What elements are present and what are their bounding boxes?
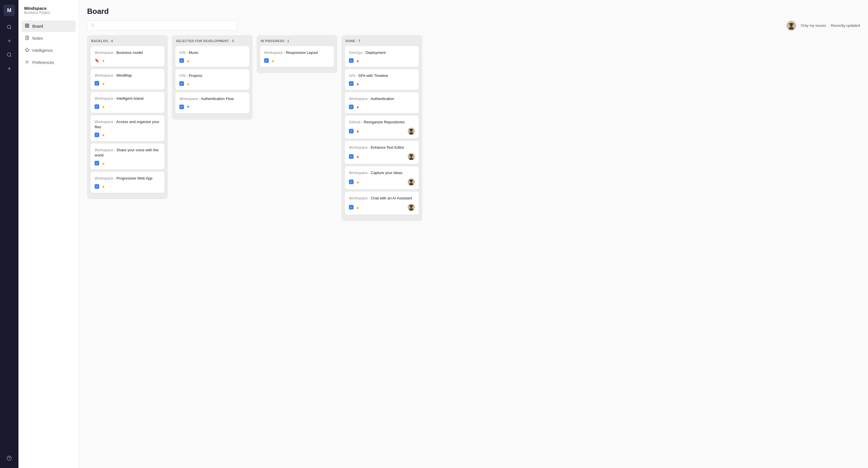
card-checkbox[interactable]: ✓ [349,129,353,133]
card[interactable]: IVN · Projects✓▲ [175,69,249,90]
column-inprogress: IN PROGRESS · 1Workspace · Responsive La… [257,35,337,73]
card-checkbox[interactable]: ✓ [349,205,353,209]
card-checkbox[interactable]: ✓ [95,81,99,86]
card[interactable]: Workspace · Share your voice with the wo… [91,143,164,169]
card-workspace: DevOps [349,51,363,55]
card-footer: ✓▲ [95,161,160,165]
card[interactable]: Workspace · Capture your ideas✓▲ [345,166,419,189]
column-header-inprogress: IN PROGRESS · 1 [260,39,334,43]
priority-up-icon: ▲ [271,59,275,63]
sidebar-item-label-intelligence: Intelligence [32,48,53,53]
card-workspace: IVN [179,51,186,55]
card[interactable]: IVN · SPA with Timeline✓▲ [345,69,419,90]
card-name: MindMap [117,73,132,77]
card-workspace: Workspace [179,97,198,101]
priority-up-icon: ▲ [356,205,360,209]
priority-up-icon: ▲ [101,184,105,189]
card-checkbox[interactable]: ✓ [349,154,353,159]
card[interactable]: GitHub · Reorganize Repositories✓▲ [345,115,419,139]
card-checkbox[interactable]: ✓ [349,179,353,184]
sidebar-item-intelligence[interactable]: Intelligence [21,45,76,56]
card-workspace: Workspace [95,96,113,101]
card[interactable]: Workspace · Progressive Web App✓▲ [91,172,164,193]
svg-rect-33 [409,129,413,130]
search2-icon-bar-button[interactable] [4,49,14,60]
svg-point-0 [7,25,11,29]
svg-rect-25 [789,23,793,24]
card-footer: ✓▲ [349,128,415,135]
svg-rect-57 [409,205,413,206]
card[interactable]: Workspace · Enhance Text Editor✓▲ [345,141,419,164]
card-checkbox[interactable]: ✓ [264,58,269,63]
card-workspace: IVN [349,73,355,78]
card-footer: ✓▲ [349,178,415,185]
card[interactable]: Workspace · Authentication✓▲ [345,92,419,113]
card-checkbox[interactable]: ✓ [349,58,353,63]
card[interactable]: Workspace · Authentication Flow✓▼ [175,92,249,113]
card-title: Workspace · Share your voice with the wo… [95,147,160,158]
card[interactable]: Workspace · Access and organize your fil… [91,115,164,141]
brand-sub: Business Project [24,11,73,15]
card-checkbox[interactable]: ✓ [95,133,99,137]
sidebar-item-board[interactable]: Board [21,21,76,32]
card-name: SPA with Timeline [359,73,388,78]
card[interactable]: Workspace · Business model🔖▲ [91,46,164,67]
card-checkbox[interactable]: ✓ [179,58,184,63]
main-content: Board [79,0,868,468]
card-checkbox[interactable]: ✓ [95,184,99,189]
card[interactable]: Workspace · Responsive Layout✓▲ [260,46,334,67]
toolbar-right: Only my issues Recently updated [786,21,860,31]
priority-up-icon: ▲ [101,81,105,86]
sidebar-item-notes[interactable]: Notes [21,33,76,44]
card-checkbox[interactable]: ✓ [349,81,353,86]
card[interactable]: Workspace · MindMap✓▲ [91,69,164,90]
card-title: Workspace · Authentication [349,96,415,101]
sidebar-item-label-notes: Notes [32,36,43,41]
search-icon-bar-button[interactable] [4,22,14,32]
add-icon-bar-button[interactable] [4,36,14,46]
card-avatar [408,178,415,185]
svg-rect-13 [25,26,27,27]
only-my-issues-button[interactable]: Only my issues [801,23,826,28]
card-footer: ✓▲ [95,133,160,137]
svg-point-34 [410,131,411,131]
app-logo[interactable]: M [3,5,15,16]
recently-updated-button[interactable]: Recently updated [831,23,860,28]
card-title: IVN · Projects [179,73,245,78]
card[interactable]: IVN · Music✓▲ [175,46,249,67]
priority-up-icon: ▲ [356,180,360,184]
card-title: Workspace · Access and organize your fil… [95,119,160,130]
svg-marker-16 [25,48,29,52]
card-workspace: Workspace [95,51,113,55]
svg-rect-10 [25,24,27,25]
card-footer: ✓▲ [349,204,415,211]
svg-point-58 [410,207,411,207]
search-input[interactable] [97,23,233,28]
card[interactable]: Workspace · Chat with an AI Assistant✓▲ [345,192,419,215]
card-checkbox[interactable]: ✓ [95,161,99,165]
svg-point-50 [410,181,411,182]
icon-bar: M [0,0,19,468]
card-title: Workspace · Business model [95,50,160,55]
sidebar-item-label-preferences: Preferences [32,60,54,65]
card-checkbox[interactable]: ✓ [179,81,184,86]
card-title: Workspace · Chat with an AI Assistant [349,196,415,201]
card[interactable]: DevOps · Deployment✓▲ [345,46,419,67]
help-icon-bar-button[interactable] [4,453,14,463]
search-bar[interactable] [87,21,237,31]
card-checkbox[interactable]: ✓ [349,105,353,109]
notes-icon [25,35,29,41]
add2-icon-bar-button[interactable] [4,63,14,74]
priority-up-icon: ▲ [186,59,190,63]
sidebar-brand: Mindspace Business Project [19,6,79,21]
sidebar-item-preferences[interactable]: Preferences [21,57,76,68]
board-icon [25,23,29,29]
toolbar: Only my issues Recently updated [87,21,860,31]
svg-point-42 [410,156,411,157]
card-checkbox[interactable]: ✓ [179,105,184,109]
card-footer: 🔖▲ [95,58,160,63]
card-footer: ✓▲ [349,153,415,160]
card-checkbox[interactable]: ✓ [95,104,99,109]
card-title: Workspace · Authentication Flow [179,96,245,101]
card[interactable]: Workspace · Intelligent Island✓▲ [91,92,164,113]
